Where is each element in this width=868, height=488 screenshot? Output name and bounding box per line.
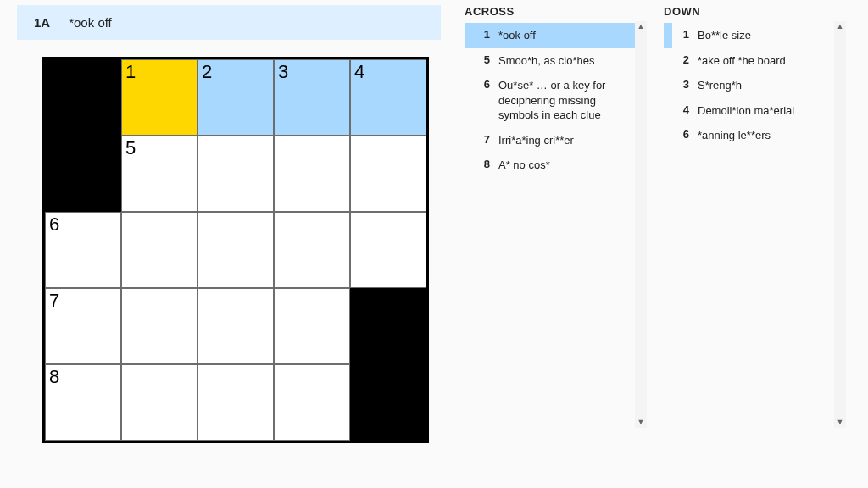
clue-item[interactable]: 6*anning le**ers — [664, 123, 841, 148]
current-clue-label: 1A — [34, 15, 50, 30]
down-heading: DOWN — [664, 5, 846, 18]
clue-text: Smoo*h, as clo*hes — [498, 53, 637, 69]
grid-cell[interactable]: 1 — [121, 59, 198, 136]
grid-cell[interactable]: 3 — [274, 59, 350, 136]
cell-number: 5 — [125, 137, 136, 159]
grid-cell[interactable] — [274, 288, 350, 364]
clue-number: 6 — [473, 78, 490, 123]
clue-number: 3 — [672, 78, 689, 93]
grid-cell[interactable]: 4 — [350, 59, 426, 136]
grid-cell[interactable] — [274, 136, 350, 212]
grid-cell-black — [350, 288, 426, 364]
grid-cell[interactable] — [121, 212, 198, 288]
clue-number: 4 — [672, 103, 689, 119]
scroll-up-icon[interactable]: ▲ — [637, 23, 645, 30]
cell-number: 7 — [49, 290, 59, 312]
clue-number: 1 — [672, 28, 689, 43]
across-scroll: 1*ook off5Smoo*h, as clo*hes6Ou*se* … or… — [465, 21, 647, 428]
clue-number: 1 — [473, 28, 490, 43]
grid-cell[interactable] — [350, 212, 426, 288]
clue-text: Ou*se* … or a key for deciphering missin… — [498, 78, 637, 123]
cell-number: 4 — [354, 61, 364, 83]
cell-number: 6 — [49, 214, 59, 236]
cell-number: 3 — [278, 61, 288, 83]
clue-text: *anning le**ers — [698, 128, 836, 143]
grid-cell[interactable] — [198, 136, 274, 212]
grid-cell[interactable] — [198, 364, 274, 441]
grid-cell-black — [45, 136, 121, 212]
clue-number: 2 — [672, 53, 689, 69]
clue-text: Irri*a*ing cri**er — [498, 133, 637, 148]
grid-cell[interactable]: 5 — [121, 136, 198, 212]
clue-item[interactable]: 3S*reng*h — [664, 73, 841, 98]
app-root: 1A *ook off 12345678 ACROSS 1*ook off5Sm… — [0, 0, 868, 460]
scroll-down-icon[interactable]: ▼ — [837, 419, 844, 426]
across-heading: ACROSS — [465, 5, 647, 18]
crossword-grid: 12345678 — [42, 57, 429, 443]
clue-item[interactable]: 1*ook off — [465, 23, 642, 48]
clue-number: 8 — [473, 158, 490, 173]
grid-cell[interactable] — [198, 288, 274, 364]
grid-row: 1234 — [45, 59, 426, 136]
cell-number: 2 — [202, 61, 212, 83]
clue-text: Bo**le size — [698, 28, 836, 43]
current-clue-bar[interactable]: 1A *ook off — [17, 5, 441, 40]
clue-item[interactable]: 6Ou*se* … or a key for deciphering missi… — [465, 73, 642, 128]
clue-item[interactable]: 7Irri*a*ing cri**er — [465, 128, 642, 153]
down-scroll: 1Bo**le size2*ake off *he board3S*reng*h… — [664, 21, 846, 428]
clue-item[interactable]: 1Bo**le size — [664, 23, 841, 48]
clue-number: 7 — [473, 133, 490, 148]
grid-row: 6 — [45, 212, 426, 288]
grid-cell-black — [45, 59, 121, 136]
clue-item[interactable]: 5Smoo*h, as clo*hes — [465, 48, 642, 74]
scroll-down-icon[interactable]: ▼ — [637, 419, 645, 426]
scroll-up-icon[interactable]: ▲ — [837, 23, 844, 30]
grid-cell[interactable] — [274, 212, 350, 288]
clue-text: A* no cos* — [498, 158, 637, 173]
current-clue-text: *ook off — [69, 15, 112, 30]
grid-cell[interactable] — [121, 288, 198, 364]
scrollbar[interactable]: ▲ ▼ — [635, 21, 647, 428]
clue-text: *ake off *he board — [698, 53, 836, 69]
grid-cell[interactable] — [350, 136, 426, 212]
down-list: DOWN 1Bo**le size2*ake off *he board3S*r… — [664, 5, 846, 428]
clue-text: Demoli*ion ma*erial — [698, 103, 836, 119]
grid-cell[interactable]: 6 — [45, 212, 121, 288]
grid-cell[interactable] — [198, 212, 274, 288]
left-pane: 1A *ook off 12345678 — [17, 5, 441, 443]
grid-cell-black — [350, 364, 426, 441]
clue-item[interactable]: 4Demoli*ion ma*erial — [664, 98, 841, 124]
grid-cell[interactable]: 7 — [45, 288, 121, 364]
across-list: ACROSS 1*ook off5Smoo*h, as clo*hes6Ou*s… — [465, 5, 647, 428]
grid-cell[interactable] — [274, 364, 350, 441]
clue-item[interactable]: 8A* no cos* — [465, 152, 642, 178]
grid-row: 5 — [45, 136, 426, 212]
clue-lists: ACROSS 1*ook off5Smoo*h, as clo*hes6Ou*s… — [465, 5, 851, 428]
clue-number: 6 — [672, 128, 689, 143]
scrollbar[interactable]: ▲ ▼ — [834, 21, 846, 428]
cell-number: 1 — [125, 61, 136, 83]
clue-number: 5 — [473, 53, 490, 69]
clue-text: S*reng*h — [698, 78, 836, 93]
clue-text: *ook off — [498, 28, 637, 43]
grid-cell[interactable] — [121, 364, 198, 441]
grid-cell[interactable]: 2 — [198, 59, 274, 136]
clue-item[interactable]: 2*ake off *he board — [664, 48, 841, 74]
grid-row: 7 — [45, 288, 426, 364]
cell-number: 8 — [49, 366, 59, 388]
grid-cell[interactable]: 8 — [45, 364, 121, 441]
grid-row: 8 — [45, 364, 426, 441]
